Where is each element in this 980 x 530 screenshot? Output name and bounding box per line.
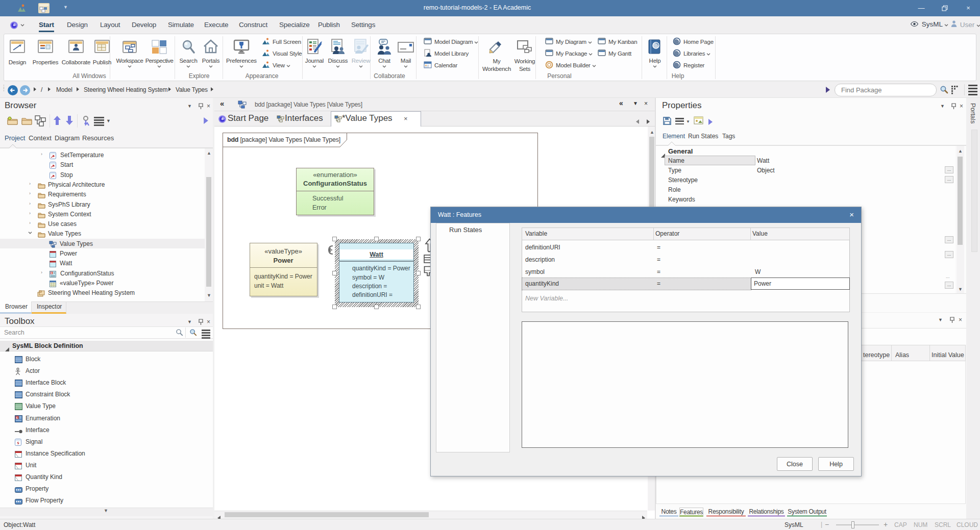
svg-text:E: E bbox=[51, 271, 53, 274]
svg-text:E: E bbox=[16, 416, 18, 419]
